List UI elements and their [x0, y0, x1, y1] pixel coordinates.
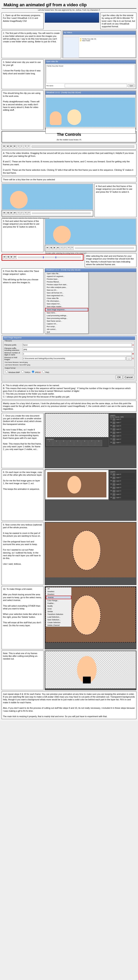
menu-item[interactable]: Close video file	[45, 297, 88, 300]
layer-row[interactable]: 👁Layer 4	[110, 431, 135, 434]
menu-item[interactable]: Job control...	[45, 328, 88, 331]
fmt-tga[interactable]	[21, 371, 24, 373]
menu-item[interactable]: Open video file...	[45, 272, 88, 275]
menu-item[interactable]: Save old format AVI...	[45, 291, 88, 294]
ps-canvas-transparent	[45, 414, 108, 437]
ps-cutout-canvas	[45, 651, 136, 688]
menu-item[interactable]: Create Selection	[46, 621, 71, 624]
step7-box: 7. Once you create the new document you …	[2, 413, 43, 468]
digits-input[interactable]	[23, 352, 132, 356]
step9-box: 9. Now comes the very tedious (optional)…	[2, 522, 43, 585]
layer-row[interactable]: 👁Layer 5	[110, 483, 135, 486]
menu-item[interactable]: Save as AVI...	[45, 289, 88, 291]
layer-row[interactable]: 👁Layer 1	[110, 441, 135, 444]
anim-frame[interactable]: 5	[74, 440, 81, 446]
step1b-box: I got the video clip for this tutorial b…	[100, 13, 136, 29]
layer-row[interactable]: 👁Layer 6	[110, 480, 135, 483]
layer-row[interactable]: 👁Layer 7	[110, 476, 135, 479]
layer-row[interactable]: 👁Layer 1	[110, 496, 135, 500]
menu-item[interactable]: Deselect	[46, 590, 71, 593]
menu-item[interactable]: Delete Channel	[46, 624, 71, 627]
dir-input[interactable]	[23, 357, 125, 360]
menu-item[interactable]: Load Selection...	[46, 616, 71, 618]
menu-item[interactable]: Run video analysis pass...	[45, 286, 88, 289]
layer-row[interactable]: 👁Layer 5	[110, 428, 135, 431]
menu-item[interactable]: Transform Selection	[46, 613, 71, 616]
anim-frame[interactable]: 2	[53, 440, 60, 446]
menu-item[interactable]: Append AVI segment...	[45, 275, 88, 278]
step4-screenshot: ⏮◀▶⏭◁▷⊲⊳ Selected (after already selecti…	[2, 183, 93, 217]
anim-frame[interactable]: 4	[67, 440, 74, 446]
menu-item[interactable]: Color Range...	[46, 599, 71, 602]
menu-item[interactable]: File Information...	[45, 300, 88, 302]
ok-button[interactable]: OK	[116, 375, 122, 379]
menu-item[interactable]: Save processing settings...	[45, 317, 88, 320]
open-button[interactable]: Open	[128, 84, 135, 87]
menu-item[interactable]: Preview input...	[45, 278, 88, 280]
menu-item[interactable]: All	[46, 587, 71, 590]
fmt-bmp[interactable]	[5, 371, 8, 373]
layer-row[interactable]: 👁Layer 4	[110, 486, 135, 489]
suffix-input[interactable]	[23, 347, 134, 351]
vdub-menubar	[46, 95, 136, 97]
vdub-titlebar-2: VirtualDub 1.6.11 - [Family Guy (clip 10…	[45, 269, 136, 272]
menu-item[interactable]: Feather...	[46, 602, 71, 605]
menu-item[interactable]: Grow	[46, 608, 71, 610]
step4-timeline[interactable]: ⏮◀▶⏭◁▷⊲⊳	[2, 210, 93, 216]
fmt-png[interactable]	[42, 371, 45, 373]
step3b-box: This should bring the clip you are using…	[2, 91, 43, 130]
select-menu[interactable]: AllDeselectReselectInverseColor Range...…	[46, 587, 71, 627]
menu-item[interactable]: Load processing settings...	[45, 314, 88, 317]
ps-canvas-peter	[45, 470, 108, 500]
step5-timeline[interactable]: ⏮◀▶⏭◁▷⊲⊳	[45, 245, 136, 251]
anim-frame[interactable]: 3	[60, 440, 67, 446]
openfile-screenshot: Open video file Family Guy (clip 10).avi…	[45, 59, 136, 89]
anim-frame[interactable]: 6	[81, 440, 88, 446]
menu-item[interactable]: Save WAV...	[45, 312, 88, 314]
anim-frame[interactable]: 8	[95, 440, 102, 446]
menu-item[interactable]: Preview filtered...	[45, 280, 88, 283]
anim-frame[interactable]: 7	[89, 440, 95, 446]
layer-row[interactable]: 👁Layer 8	[110, 473, 135, 476]
menu-item[interactable]: Modify	[46, 605, 71, 608]
layer-row[interactable]: 👁Layer 3	[110, 490, 135, 493]
after-select-timeline: ⏮◀▶⏭	[2, 254, 84, 261]
menu-item[interactable]: Save image sequence...	[45, 308, 88, 312]
menu-item[interactable]: Inverse	[46, 596, 71, 599]
anim-frame[interactable]: 1	[46, 440, 53, 446]
browse-button[interactable]: ...	[126, 356, 132, 360]
layer-row[interactable]: 👁Layer 7	[110, 421, 135, 424]
controls-explain: A: This is the video timeline. Dragging …	[2, 150, 136, 175]
menu-item[interactable]: Capture AVI...	[45, 323, 88, 325]
menu-item[interactable]: Save striped AVI...	[45, 302, 88, 305]
menu-item[interactable]: Quit	[45, 331, 88, 333]
menu-item[interactable]: Reselect	[46, 593, 71, 596]
ps-cutout	[45, 651, 136, 690]
prefix-input[interactable]	[23, 343, 132, 347]
fmt-jpg[interactable]	[32, 371, 34, 373]
layer-row[interactable]: 👁Layer 2	[110, 438, 135, 441]
timeline-track[interactable]	[32, 145, 134, 148]
ps-step9	[45, 522, 136, 585]
step10b-box: Note: This is what one of my frames look…	[2, 651, 43, 690]
filename-input[interactable]	[65, 84, 127, 88]
menu-item[interactable]: Save Selection...	[46, 618, 71, 621]
step5-screenshot: ⏮◀▶⏭◁▷⊲⊳ Remains (after selecting the en…	[45, 218, 136, 252]
menu-item[interactable]: Save segmented AVI...	[45, 294, 88, 297]
step4-box: 4: find and select the first frame of th…	[95, 183, 136, 217]
layer-row[interactable]: 👁Layer 6	[110, 425, 135, 428]
menu-item[interactable]: Run script...	[45, 325, 88, 328]
menu-item[interactable]: Similar	[46, 610, 71, 613]
layer-row[interactable]: 👁Layer 3	[110, 434, 135, 438]
menu-item[interactable]: Start frame server...	[45, 320, 88, 323]
menu-item[interactable]: Save stripe master...	[45, 305, 88, 308]
ps-step7: Animation 12345678 Layers Normal Opacity…	[45, 413, 136, 468]
file-menu[interactable]: Open video file...Append AVI segment...P…	[45, 272, 89, 334]
ps-step8: Layers 👁Layer 8👁Layer 7👁Layer 6👁Layer 5👁…	[45, 469, 136, 521]
vdub-titlebar: VirtualDub 1.6.11 - [Family Guy (clip 10…	[46, 91, 136, 95]
photo-note: Mainly cause I'm a lazy kind of person, …	[2, 401, 136, 412]
menu-item[interactable]: Preview output from start...	[45, 283, 88, 286]
cancel-button[interactable]: Cancel	[123, 375, 135, 379]
layer-row[interactable]: 👁Layer 2	[110, 493, 135, 496]
layer-row[interactable]: 👁Layer 8	[110, 418, 135, 421]
